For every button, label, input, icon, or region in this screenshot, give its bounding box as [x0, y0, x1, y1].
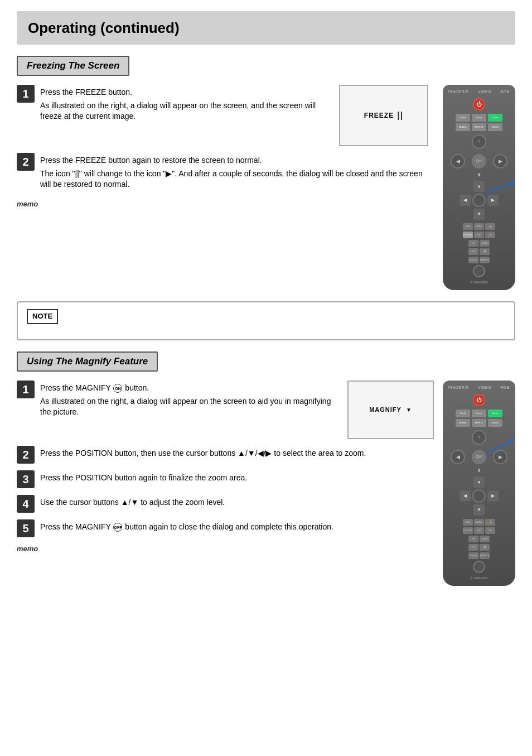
rc2-search-btn[interactable]: SEARCH [480, 552, 490, 559]
magnify-step3-num: 3 [17, 470, 35, 488]
rc-dpad-down[interactable]: ▼ [473, 209, 485, 220]
magnify-section: Using The Magnify Feature 1 Press the MA… [17, 351, 515, 586]
rc2-mid-row6 [473, 561, 485, 573]
rc2-zoom-btn[interactable]: Zoom [488, 410, 502, 417]
rc2-dpad-right[interactable]: ▶ [487, 490, 499, 502]
rc-pnp-btn[interactable]: P&P [474, 232, 484, 238]
note-label: NOTE [27, 309, 58, 324]
freeze-remote-control: FINDER/S VIDEO RGB Detail Focus Zoom BLA… [443, 85, 515, 290]
rc2-dpad-up[interactable]: ▲ [473, 476, 485, 488]
rc2-ok2-btn[interactable]: OK [485, 527, 495, 534]
rc-ok2-btn[interactable]: OK [485, 232, 495, 238]
rc2-mid-row3: ON AUTO [468, 536, 490, 542]
freeze-step2: 2 Press the FREEZE button again to resto… [17, 153, 434, 192]
rc-circle-btn[interactable] [473, 265, 485, 277]
rc2-blank-btn[interactable]: BLANK [456, 419, 470, 427]
magnify-layout: 1 Press the MAGNIFY ON button. As illust… [17, 381, 515, 586]
rc2-freeze-btn[interactable]: FREEZE [463, 527, 473, 534]
magnify-section-title: Using The Magnify Feature [27, 356, 148, 367]
magnify-off-icon: OFF [113, 523, 122, 532]
rc2-circle-btn[interactable] [473, 561, 485, 573]
rc2-dpad-down[interactable]: ▼ [473, 504, 485, 516]
rc2-btn-row1: Detail Focus Zoom [456, 410, 502, 417]
magnify-step1-text1: Press the MAGNIFY [40, 383, 111, 392]
rc-btn-row2: BLANK ASPECT LASER [456, 123, 502, 131]
rc-dpad-right[interactable]: ▶ [487, 195, 499, 206]
rc2-ok-btn[interactable]: OK [472, 450, 486, 464]
rc-search-btn[interactable]: SEARCH [480, 257, 490, 263]
rc2-aspect-btn[interactable]: ASPECT [472, 419, 486, 427]
magnify-step2-num: 2 [17, 446, 35, 464]
freeze-memo: memo [17, 199, 434, 209]
magnify-screen-label: MAGNIFY [369, 406, 402, 414]
rc2-auto-btn[interactable]: AUTO [480, 536, 490, 542]
rc-laser-btn[interactable]: LASER [488, 123, 502, 131]
rc-x-btn[interactable]: ✕ [480, 248, 490, 255]
rc-change-label: © CHANGE [470, 280, 488, 285]
rc-power-row [473, 98, 485, 110]
rc2-dpad: ▲ ▼ ◀ ▶ [460, 476, 499, 516]
rc-lock-btn[interactable]: 🔒 [485, 223, 495, 230]
rc2-laser-btn[interactable]: LASER [488, 419, 502, 427]
rc-edit-row: ✎ [472, 134, 486, 149]
rc-focus-btn[interactable]: Focus [472, 114, 486, 122]
rc2-pnp-btn[interactable]: P&P [474, 527, 484, 534]
freeze-step2-content: Press the FREEZE button again to restore… [40, 153, 434, 192]
rc-menu-btn[interactable]: MENU [474, 223, 484, 230]
freeze-step2-text2: The icon "||" will change to the icon "▶… [40, 168, 434, 190]
rc2-mid-row4: OFF ✕ [468, 544, 490, 551]
rc2-esc-btn[interactable]: ESC [463, 519, 473, 526]
magnify-step1-text2: button. [125, 383, 149, 392]
freeze-section-header: Freezing The Screen [17, 56, 129, 76]
rc-on-btn[interactable]: ON [468, 240, 478, 247]
rc-zoom-btn[interactable]: Zoom [488, 114, 502, 122]
freeze-step1-text1: Press the FREEZE button. [40, 87, 333, 98]
magnify-step5-line1: Press the MAGNIFY OFF button again to cl… [40, 522, 434, 533]
rc-dpad-left[interactable]: ◀ [460, 195, 471, 206]
rc-freeze-btn[interactable]: FREEZE [463, 232, 473, 238]
rc2-detail-btn[interactable]: Detail [456, 410, 470, 417]
freeze-section: Freezing The Screen 1 Press the FREEZE b… [17, 56, 515, 290]
rc2-next-btn[interactable]: ▶ [493, 450, 507, 464]
rc2-top-label: FINDER/S VIDEO RGB [446, 385, 512, 391]
rc-edit-btn[interactable]: ✎ [472, 134, 486, 149]
magnify-section-header: Using The Magnify Feature [17, 351, 158, 372]
rc2-on-btn[interactable]: ON [468, 536, 478, 542]
rc2-focus-btn[interactable]: Focus [472, 410, 486, 417]
magnify-step1-text3: As illustrated on the right, a dialog wi… [40, 396, 342, 418]
rc-off-btn[interactable]: OFF [468, 248, 478, 255]
rc-blank-btn[interactable]: BLANK [456, 123, 470, 131]
freeze-remote-wrapper: FINDER/S VIDEO RGB Detail Focus Zoom BLA… [443, 85, 515, 290]
magnify-screen-dialog: MAGNIFY ▼ [347, 381, 434, 439]
rc-detail-btn[interactable]: Detail [456, 114, 470, 122]
rc-btn-row1: Detail Focus Zoom [456, 114, 502, 122]
rc-ok-btn[interactable]: OK [472, 154, 486, 168]
rc2-dpad-center[interactable] [472, 489, 486, 503]
rc2-dpad-left[interactable]: ◀ [460, 490, 471, 502]
freeze-screen-label: FREEZE || [364, 109, 403, 122]
magnify-step4-text: Use the cursor buttons ▲/▼ to adjust the… [40, 497, 434, 508]
rc2-lock-btn[interactable]: 🔒 [485, 519, 495, 526]
rc-mid-row1: ESC MENU 🔒 [463, 223, 495, 230]
rc-auto-btn[interactable]: AUTO [480, 240, 490, 247]
rc-next-btn[interactable]: ▶ [493, 154, 507, 168]
rc2-focus2-btn[interactable]: FOCUS [468, 552, 478, 559]
rc2-x-btn[interactable]: ✕ [480, 544, 490, 551]
rc2-prev-btn[interactable]: ◀ [451, 450, 465, 464]
rc-power-button[interactable] [473, 98, 485, 110]
rc-aspect-btn[interactable]: ASPECT [472, 123, 486, 131]
rc-prev-btn[interactable]: ◀ [451, 154, 465, 168]
magnify-step2-text: Press the POSITION button, then use the … [40, 448, 434, 459]
rc-dpad-up[interactable]: ▲ [473, 181, 485, 192]
rc2-off-btn[interactable]: OFF [468, 544, 478, 551]
rc-focus2-btn[interactable]: FOCUS [468, 257, 478, 263]
magnify-step5-text2: button again to close the dialog and com… [125, 522, 333, 531]
rc2-menu-btn[interactable]: MENU [474, 519, 484, 526]
note-box: NOTE [17, 301, 515, 340]
rc2-power-button[interactable] [473, 394, 485, 406]
rc2-edit-btn[interactable]: ✎ [472, 430, 486, 445]
rc-esc-btn[interactable]: ESC [463, 223, 473, 230]
freeze-step1-text2: As illustrated on the right, a dialog wi… [40, 100, 333, 122]
magnify-step5-num: 5 [17, 519, 35, 537]
rc-dpad-center[interactable] [472, 194, 486, 207]
